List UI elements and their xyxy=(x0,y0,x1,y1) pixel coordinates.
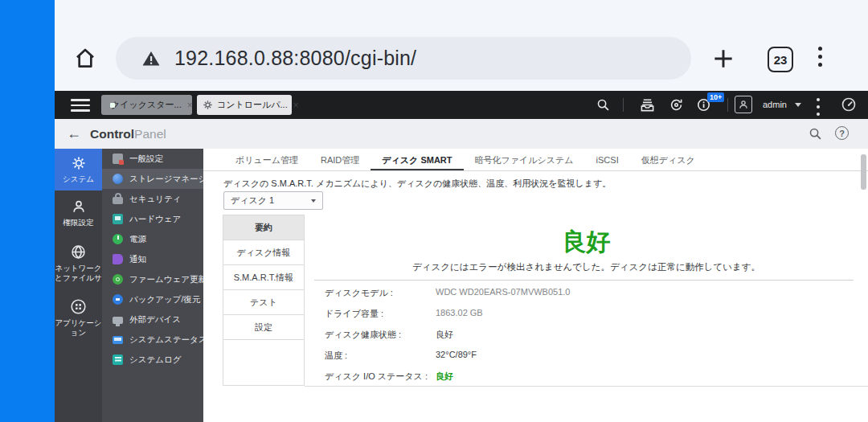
toolbar-divider xyxy=(727,98,728,112)
subtab-smart-info[interactable]: S.M.A.R.T.情報 xyxy=(223,265,304,290)
megaphone-icon xyxy=(113,254,123,264)
question-icon: ? xyxy=(839,129,845,138)
settings-item-firmware-update[interactable]: ファームウェア更新 xyxy=(102,269,203,289)
divider xyxy=(305,386,868,387)
back-button[interactable]: ← xyxy=(67,119,81,149)
settings-item-storage-manager[interactable]: ストレージマネージャー xyxy=(102,169,203,189)
tab-count-label: 23 xyxy=(774,53,788,67)
sidebar-item-system[interactable]: システム xyxy=(55,149,102,191)
gear-icon xyxy=(71,155,87,171)
detail-label: 温度 : xyxy=(325,350,347,362)
main-content: ボリューム管理 RAID管理 ディスク SMART 暗号化ファイルシステム iS… xyxy=(203,149,868,422)
firmware-update-icon xyxy=(113,274,123,285)
system-log-icon xyxy=(113,354,123,365)
subtab-test[interactable]: テスト xyxy=(223,290,304,315)
sync-icon xyxy=(669,97,684,113)
user-icon xyxy=(71,199,87,215)
close-icon[interactable]: × xyxy=(187,100,193,110)
health-status-message: ディスクにはエラーが検出されませんでした。ディスクは正常に動作しています。 xyxy=(305,261,868,273)
tab-counter-button[interactable]: 23 xyxy=(768,47,793,72)
settings-item-security[interactable]: セキュリティ xyxy=(102,189,203,209)
sidebar-item-label: アプリケーシ ョン xyxy=(55,318,101,338)
home-icon xyxy=(72,45,98,71)
settings-item-system-status[interactable]: システムステータス xyxy=(102,330,203,350)
settings-item-backup-restore[interactable]: バックアップ/復元 xyxy=(102,289,203,309)
disk-io-status-value: 良好 xyxy=(436,371,453,383)
address-bar[interactable]: 192.168.0.88:8080/cgi-bin/ xyxy=(116,37,691,80)
sidebar-item-network-file[interactable]: ネットワーク とファイルサ xyxy=(55,235,102,291)
admin-menu-label[interactable]: admin xyxy=(763,91,787,119)
drive-capacity-value: 1863.02 GB xyxy=(436,308,483,318)
toolbar-more-button[interactable] xyxy=(817,98,820,116)
background-tasks-icon xyxy=(640,97,655,113)
scrollbar-thumb[interactable] xyxy=(861,154,866,190)
disk-health-value: 良好 xyxy=(436,329,453,341)
sidebar-item-label: システム xyxy=(63,174,94,184)
temperature-value: 32°C/89°F xyxy=(436,350,477,359)
disk-select-value: ディスク 1 xyxy=(231,195,274,207)
smart-subtab-column: 要約 ディスク情報 S.M.A.R.T.情報 テスト 設定 xyxy=(223,215,305,386)
gear-icon xyxy=(203,100,213,110)
browser-chrome: 192.168.0.88:8080/cgi-bin/ 23 xyxy=(55,0,868,91)
clipboard-icon xyxy=(113,154,123,164)
sidebar-item-privilege[interactable]: 権限設定 xyxy=(55,191,102,235)
url-text: 192.168.0.88:8080/cgi-bin/ xyxy=(174,47,416,70)
settings-item-external-device[interactable]: 外部デバイス xyxy=(102,309,203,330)
app-tab-quickstart[interactable]: クイックスター... × xyxy=(101,95,192,115)
power-icon xyxy=(113,234,123,244)
controlpanel-header: ← ControlPanel ? xyxy=(55,119,868,149)
resource-monitor-button[interactable] xyxy=(841,96,857,113)
detail-label: ドライブ容量 : xyxy=(325,308,383,320)
screen: 192.168.0.88:8080/cgi-bin/ 23 クイックスター...… xyxy=(0,0,868,422)
panel-search-button[interactable] xyxy=(809,127,822,141)
app-tab-label: クイックスター... xyxy=(111,99,182,111)
apps-grid-icon xyxy=(70,298,87,315)
notification-badge: 10+ xyxy=(707,92,724,102)
app-tab-controlpanel[interactable]: コントロールパ... × xyxy=(197,95,292,115)
page-title: ControlPanel xyxy=(90,119,166,149)
help-button[interactable]: ? xyxy=(835,126,849,140)
settings-item-system-log[interactable]: システムログ xyxy=(102,350,203,370)
browser-menu-button[interactable] xyxy=(818,47,822,67)
subtab-summary[interactable]: 要約 xyxy=(223,215,304,240)
search-button[interactable] xyxy=(596,98,610,112)
main-menu-button[interactable] xyxy=(71,99,90,112)
settings-item-hardware[interactable]: ハードウェア xyxy=(102,209,203,229)
settings-item-notification[interactable]: 通知 xyxy=(102,249,203,269)
accent-stripe xyxy=(0,0,55,422)
user-icon xyxy=(738,99,749,110)
user-avatar-button[interactable] xyxy=(735,96,752,113)
subtab-settings[interactable]: 設定 xyxy=(223,315,304,340)
settings-item-general[interactable]: 一般設定 xyxy=(102,149,203,169)
search-icon xyxy=(809,127,822,141)
new-tab-button[interactable] xyxy=(708,43,739,74)
disk-model-value: WDC WD20EARS-07MVWB051.0 xyxy=(436,287,571,297)
toolbar-divider xyxy=(623,98,624,112)
chevron-down-icon xyxy=(795,103,801,107)
storage-sphere-icon xyxy=(113,174,123,184)
detail-label: ディスクモデル : xyxy=(325,287,393,299)
sync-button[interactable] xyxy=(669,97,684,113)
page-title-light: Panel xyxy=(134,127,166,141)
gauge-icon xyxy=(841,96,857,113)
settings-sidebar: 一般設定 ストレージマネージャー セキュリティ ハードウェア 電源 通知 ファー… xyxy=(102,149,203,422)
background-tasks-button[interactable] xyxy=(640,97,655,113)
hardware-chip-icon xyxy=(113,214,123,224)
backup-restore-icon xyxy=(113,294,123,305)
sidebar-item-label: ネットワーク とファイルサ xyxy=(55,264,101,283)
close-icon[interactable]: × xyxy=(293,100,299,110)
settings-item-power[interactable]: 電源 xyxy=(102,229,203,249)
home-button[interactable] xyxy=(71,43,100,72)
system-status-monitor-icon xyxy=(113,336,123,344)
external-device-icon xyxy=(113,317,123,324)
health-status-title: 良好 xyxy=(305,226,868,259)
tab-volume-management[interactable]: ボリューム管理 xyxy=(224,149,309,170)
sidebar-item-label: 権限設定 xyxy=(63,218,94,227)
detail-label: ディスク I/O ステータス : xyxy=(325,371,428,383)
divider xyxy=(314,280,854,281)
page-title-bold: Control xyxy=(90,127,134,141)
subtab-disk-info[interactable]: ディスク情報 xyxy=(223,240,304,265)
search-icon xyxy=(596,98,610,112)
disk-summary-panel: 良好 ディスクにはエラーが検出されませんでした。ディスクは正常に動作しています。… xyxy=(305,149,868,422)
sidebar-item-applications[interactable]: アプリケーシ ョン xyxy=(55,291,102,344)
